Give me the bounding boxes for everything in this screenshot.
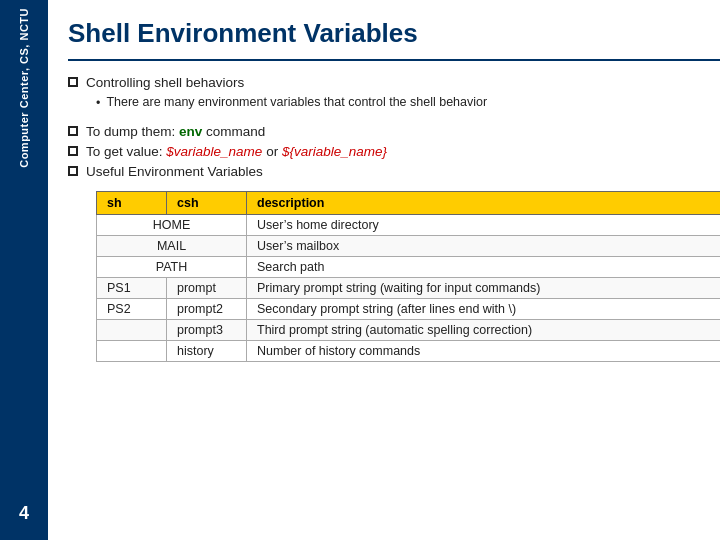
bullet-4: Useful Environment Variables — [68, 164, 720, 179]
bullet-icon-3 — [68, 146, 78, 156]
col-header-desc: description — [247, 192, 721, 215]
cell-desc: User’s mailbox — [247, 236, 721, 257]
page-number: 4 — [19, 503, 29, 524]
cell-desc: Third prompt string (automatic spelling … — [247, 320, 721, 341]
cell-desc: Secondary prompt string (after lines end… — [247, 299, 721, 320]
table-row: PS2prompt2Secondary prompt string (after… — [97, 299, 721, 320]
cell-sh: PS2 — [97, 299, 167, 320]
table-row: HOMEUser’s home directory — [97, 215, 721, 236]
bullet-1: Controlling shell behaviors — [68, 75, 720, 90]
table-row: historyNumber of history commands — [97, 341, 721, 362]
bullet-1-sub: • There are many environment variables t… — [96, 95, 720, 110]
cell-csh: prompt — [167, 278, 247, 299]
cell-desc: Number of history commands — [247, 341, 721, 362]
env-cmd: env — [179, 124, 202, 139]
bullet-3-mid: or — [262, 144, 282, 159]
table-row: PS1promptPrimary prompt string (waiting … — [97, 278, 721, 299]
divider — [68, 59, 720, 61]
sidebar: Computer Center, CS, NCTU 4 — [0, 0, 48, 540]
col-header-sh: sh — [97, 192, 167, 215]
bullet-4-text: Useful Environment Variables — [86, 164, 263, 179]
bullet-1-sub-text: There are many environment variables tha… — [106, 95, 487, 109]
var1: $variable_name — [166, 144, 262, 159]
var2: ${variable_name} — [282, 144, 387, 159]
bullet-2-suffix: command — [202, 124, 265, 139]
cell-desc: Primary prompt string (waiting for input… — [247, 278, 721, 299]
bullet-3: To get value: $variable_name or ${variab… — [68, 144, 720, 159]
bullet-icon-2 — [68, 126, 78, 136]
bullet-2-prefix: To dump them: — [86, 124, 179, 139]
page-title: Shell Environment Variables — [68, 18, 720, 49]
col-header-csh: csh — [167, 192, 247, 215]
cell-desc: Search path — [247, 257, 721, 278]
cell-csh: prompt2 — [167, 299, 247, 320]
cell-merged-sh-csh: MAIL — [97, 236, 247, 257]
cell-merged-sh-csh: PATH — [97, 257, 247, 278]
bullet-2: To dump them: env command — [68, 124, 720, 139]
table-row: prompt3Third prompt string (automatic sp… — [97, 320, 721, 341]
section-1: Controlling shell behaviors • There are … — [68, 75, 720, 116]
main-content: Shell Environment Variables Controlling … — [48, 0, 720, 540]
cell-csh: history — [167, 341, 247, 362]
cell-sh: PS1 — [97, 278, 167, 299]
bullet-2-text: To dump them: env command — [86, 124, 265, 139]
env-table-wrapper: sh csh description HOMEUser’s home direc… — [96, 191, 720, 362]
sub-dot-1: • — [96, 96, 100, 110]
bullet-3-prefix: To get value: — [86, 144, 166, 159]
cell-merged-sh-csh: HOME — [97, 215, 247, 236]
bullet-3-text: To get value: $variable_name or ${variab… — [86, 144, 387, 159]
cell-sh — [97, 320, 167, 341]
bullet-1-text: Controlling shell behaviors — [86, 75, 244, 90]
bullet-icon-1 — [68, 77, 78, 87]
bullet-icon-4 — [68, 166, 78, 176]
table-row: MAILUser’s mailbox — [97, 236, 721, 257]
cell-desc: User’s home directory — [247, 215, 721, 236]
table-header-row: sh csh description — [97, 192, 721, 215]
table-row: PATHSearch path — [97, 257, 721, 278]
env-table: sh csh description HOMEUser’s home direc… — [96, 191, 720, 362]
cell-sh — [97, 341, 167, 362]
cell-csh: prompt3 — [167, 320, 247, 341]
sidebar-label: Computer Center, CS, NCTU — [17, 8, 31, 168]
